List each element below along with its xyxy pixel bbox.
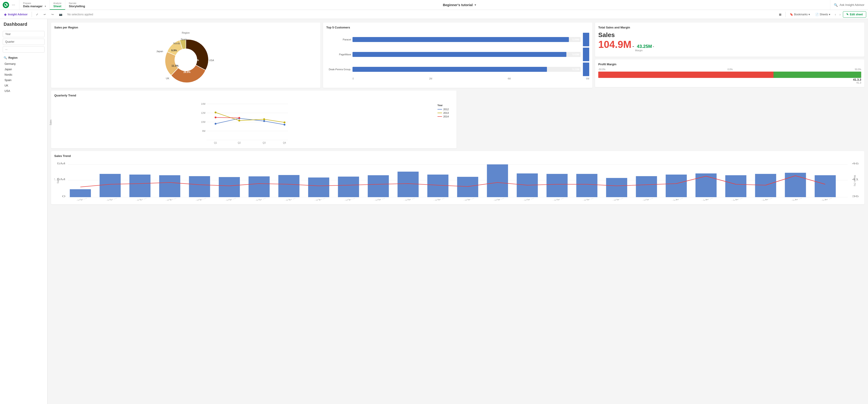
region-item-usa[interactable]: USA [0,88,47,94]
svg-rect-44 [189,176,210,197]
insight-advisor-button[interactable]: ◈ Insight Advisor [2,12,30,17]
app-menu-dots[interactable]: ··· [10,2,17,7]
more-filters[interactable]: ··· [3,46,44,53]
app-title: Beginner's tutorial [443,3,473,7]
bar-mini-pagewave[interactable] [583,48,589,61]
svg-text:11.3%: 11.3% [172,64,178,67]
expand-button[interactable]: ⤢ [34,12,40,17]
pm-bar-red [598,72,774,78]
bar-track-pagewave[interactable]: 5.63M [352,52,581,57]
top5-customers-card: Top 5 Customers Paracel 5.69M PageWave [323,23,592,88]
bar-mini-deakperera[interactable] [583,63,589,76]
svg-point-24 [283,124,285,126]
nav-forward-icon[interactable]: › [838,12,842,17]
legend-line-2014 [437,116,442,117]
profit-margin-value: 41.3.3 [598,78,861,81]
sheets-chevron-icon: ▾ [829,13,830,16]
profit-margin-axis: -50.0% 0.0% 50.0% [598,68,861,71]
redo-icon: ↪ [51,13,54,16]
japan-label: Japan [156,50,163,53]
prepare-nav-item[interactable]: Prepare Data manager ▾ [20,0,50,10]
svg-rect-43 [159,175,180,197]
svg-text:2013-...: 2013-... [638,197,654,201]
svg-text:2012-...: 2012-... [281,197,297,201]
svg-rect-48 [308,177,329,197]
region-section: 🔍 Region [0,54,47,60]
logo-area: ··· [0,0,19,10]
quarterly-legend: Year 2012 2013 2014 [437,99,453,145]
bar-track-deakperera[interactable]: 5.11M [352,67,581,72]
svg-rect-63 [755,174,776,197]
sales-trend-svg: 5M 2.5M 0 46 41 36 [54,160,861,201]
svg-text:2012-...: 2012-... [251,197,267,201]
region-center-label: Region [182,31,190,34]
analyze-nav: Analyze Sheet [50,0,65,10]
svg-text:2012-...: 2012-... [310,197,326,201]
dashboard-title: Dashboard [0,22,47,30]
bar-mini-paracel[interactable] [583,33,589,46]
bar-label-deakperera: Deak-Perera Group. [326,68,351,71]
kpi-sales-label: Sales [598,31,861,39]
analyze-nav-item[interactable]: Analyze Sheet [50,0,65,10]
svg-text:2012-...: 2012-... [72,197,88,201]
svg-text:9.9%: 9.9% [171,49,177,52]
pm-bar-green [774,72,861,78]
svg-rect-61 [695,173,716,197]
svg-text:26.9%: 26.9% [183,71,190,73]
svg-text:Q4: Q4 [283,142,286,144]
legend-line-2013 [437,113,442,113]
svg-text:36: 36 [852,195,859,198]
svg-point-25 [215,111,216,113]
toolbar-right: ▦ 🔖 Bookmarks ▾ 📄 Sheets ▾ ‹ › ✎ Edit sh… [777,11,866,18]
svg-text:Q2: Q2 [238,142,241,144]
redo-button[interactable]: ↪ [49,12,56,17]
region-item-germany[interactable]: Germany [0,61,47,67]
usa-label: USA [209,59,214,62]
sheets-button[interactable]: 📄 Sheets ▾ [813,12,833,17]
svg-text:2012-...: 2012-... [340,197,356,201]
app-title-chevron-icon[interactable]: ▾ [474,3,476,6]
svg-text:2013-...: 2013-... [370,197,386,201]
quarter-filter[interactable]: Quarter [3,39,44,45]
nav-back-icon[interactable]: ‹ [833,12,837,17]
edit-sheet-button[interactable]: ✎ Edit sheet [843,11,866,18]
svg-rect-58 [606,178,627,197]
bookmarks-button[interactable]: 🔖 Bookmarks ▾ [787,12,812,17]
svg-text:2013-...: 2013-... [609,197,624,201]
region-item-nordic[interactable]: Nordic [0,72,47,77]
narrate-nav: Narrate Storytelling [65,0,89,10]
spain-label: Spain [181,38,187,41]
region-item-uk[interactable]: UK [0,83,47,88]
grid-view-button[interactable]: ▦ [777,12,784,17]
svg-point-28 [283,122,285,123]
svg-text:Q1: Q1 [214,142,217,144]
region-item-japan[interactable]: Japan [0,67,47,72]
svg-text:2013-...: 2013-... [579,197,594,201]
kpi-margin-label: Margin [635,49,654,52]
qlik-logo-icon[interactable] [3,2,9,8]
svg-point-26 [238,120,240,122]
bar-row-paracel: Paracel 5.69M [326,33,589,46]
legend-2013: 2013 [437,111,453,114]
bar-label-pagewave: PageWave [326,53,351,56]
svg-text:0: 0 [62,195,65,198]
sales-trend-card: Sales Trend Sales Margin (%) 5M 2.5M 0 4… [51,151,864,204]
svg-text:2012-...: 2012-... [102,197,118,201]
svg-text:2014-...: 2014-... [787,197,803,201]
no-selections-label: No selections applied [66,13,95,16]
year-filter[interactable]: Year [3,31,44,37]
svg-text:2014-...: 2014-... [698,197,714,201]
bar-track-paracel[interactable]: 5.69M [352,37,581,42]
kpi-separator: - [632,43,634,49]
region-item-spain[interactable]: Spain [0,77,47,83]
svg-text:14M: 14M [201,103,205,105]
profit-margin-bar [598,72,861,78]
snapshot-button[interactable]: 📷 [57,12,65,17]
narrate-nav-item[interactable]: Narrate Storytelling [65,0,89,10]
svg-text:2014-...: 2014-... [817,197,833,201]
pencil-icon: ✎ [846,13,848,16]
ask-insight-advisor-button[interactable]: 🔍 Ask Insight Advisor [830,0,868,10]
bar-fill-paracel [352,37,569,42]
sales-trend-title: Sales Trend [54,154,861,158]
undo-button[interactable]: ↩ [41,12,48,17]
